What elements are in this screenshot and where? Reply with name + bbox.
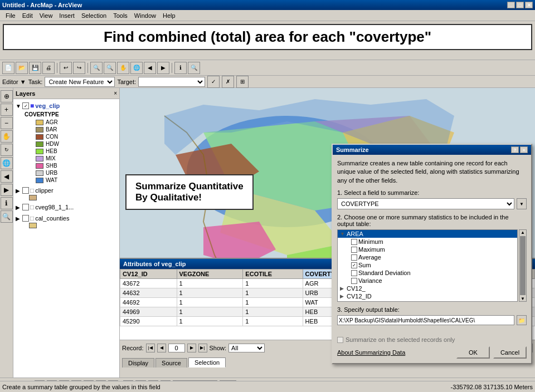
layers-close-btn[interactable]: ×	[114, 90, 117, 96]
pan-tool[interactable]: ✋	[1, 130, 13, 143]
expand-cv12id[interactable]: ▶	[340, 293, 346, 299]
pan-btn[interactable]: ✋	[117, 62, 129, 74]
zoom-in-btn[interactable]: 🔍	[90, 62, 103, 74]
zoom-full-btn[interactable]: ⊕	[1, 90, 13, 102]
col-cv12id[interactable]: CV12_ID	[120, 270, 177, 279]
about-link[interactable]: About Summarizing Data	[337, 349, 405, 356]
field-select[interactable]: COVERTYPE	[337, 198, 514, 209]
zoom-in-tool[interactable]: +	[1, 104, 13, 116]
col-ecotile[interactable]: ECOTILE	[243, 270, 303, 279]
col-vegzone[interactable]: VEGZONE	[177, 270, 243, 279]
last-record-btn[interactable]: ▶|	[198, 344, 207, 352]
first-record-btn[interactable]: |◀	[146, 344, 155, 352]
expand-clipper[interactable]: ▶	[16, 188, 21, 194]
editor-label[interactable]: Editor ▼	[2, 79, 26, 85]
summarize-close-btn[interactable]: ×	[520, 146, 528, 153]
task-select[interactable]: Create New Feature	[45, 77, 115, 87]
expand-dentotal[interactable]: ▶	[340, 301, 346, 302]
ok-button[interactable]: OK	[456, 346, 490, 359]
back-ext-tool[interactable]: ◀	[1, 170, 13, 183]
print-btn[interactable]: 🖨	[42, 62, 55, 74]
next-record-btn[interactable]: ▶	[187, 344, 196, 352]
scroll-down-btn[interactable]: ▼	[521, 296, 525, 301]
find-btn[interactable]: 🔍	[188, 62, 200, 74]
cancel-button[interactable]: Cancel	[493, 346, 527, 359]
checkbox-cal-counties[interactable]	[22, 215, 29, 222]
stats-scrollbar[interactable]: ▲ ▼	[519, 229, 527, 302]
stats-stddev[interactable]: Standard Deviation	[349, 269, 517, 277]
rotate-tool[interactable]: ↻	[1, 144, 13, 156]
summarize-help-btn[interactable]: ?	[511, 146, 519, 153]
layer-cal-counties[interactable]: ▶ □ cal_counties	[16, 214, 117, 223]
menu-edit[interactable]: Edit	[19, 11, 36, 20]
field-dropdown-btn[interactable]: ▼	[517, 198, 527, 209]
expand-area[interactable]: ▼	[340, 231, 346, 237]
record-input[interactable]	[168, 344, 185, 352]
expand-cal-counties[interactable]: ▶	[16, 215, 21, 222]
output-path-input[interactable]	[337, 315, 514, 325]
maximize-button[interactable]: □	[516, 2, 524, 8]
undo-btn[interactable]: ↩	[60, 62, 72, 74]
expand-cveg98[interactable]: ▶	[16, 204, 21, 210]
stats-sum[interactable]: ✓ Sum	[349, 261, 517, 269]
minimize-button[interactable]: _	[507, 2, 515, 8]
tab-source[interactable]: Source	[155, 358, 187, 367]
snapping-btn[interactable]: ⊞	[236, 76, 249, 88]
back-btn[interactable]: ◀	[144, 62, 156, 74]
checkbox-cveg98[interactable]	[22, 204, 29, 210]
menu-window[interactable]: Window	[131, 11, 159, 20]
prev-record-btn[interactable]: ◀	[157, 344, 166, 352]
zoom-out-btn[interactable]: 🔍	[104, 62, 116, 74]
identify-tool[interactable]: ℹ	[1, 197, 13, 209]
scroll-up-btn[interactable]: ▲	[521, 230, 525, 235]
save-btn[interactable]: 💾	[29, 62, 41, 74]
redo-btn[interactable]: ↪	[73, 62, 85, 74]
cb-minimum[interactable]	[351, 239, 357, 245]
tab-display[interactable]: Display	[122, 358, 154, 367]
checkbox-clipper[interactable]	[22, 187, 29, 194]
forward-btn[interactable]: ▶	[157, 62, 169, 74]
stats-area-row[interactable]: ▼ AREA	[338, 230, 517, 238]
stats-cv12id[interactable]: ▶ CV12_ID	[338, 292, 517, 300]
cb-variance[interactable]	[351, 278, 357, 284]
stats-minimum[interactable]: Minimum	[349, 238, 517, 246]
stats-average[interactable]: Average	[349, 253, 517, 261]
tab-selection[interactable]: Selection	[188, 357, 226, 367]
menu-tools[interactable]: Tools	[110, 11, 131, 20]
globe-tool[interactable]: 🌐	[1, 157, 13, 169]
fwd-ext-tool[interactable]: ▶	[1, 184, 13, 196]
open-btn[interactable]: 📂	[16, 62, 28, 74]
menu-file[interactable]: File	[2, 11, 19, 20]
scroll-thumb[interactable]	[520, 236, 526, 295]
layer-cveg98[interactable]: ▶ □ cveg98_1_1...	[16, 203, 117, 212]
cb-sum[interactable]: ✓	[351, 262, 357, 268]
menu-help[interactable]: Help	[159, 11, 179, 20]
cb-stddev[interactable]	[351, 270, 357, 276]
full-extent-btn[interactable]: 🌐	[130, 62, 143, 74]
menu-selection[interactable]: Selection	[78, 11, 110, 20]
menu-insert[interactable]: Insert	[56, 11, 78, 20]
stats-cv12[interactable]: ▶ CV12_	[338, 285, 517, 292]
expand-veg-clip[interactable]: ▼	[16, 103, 21, 109]
cb-average[interactable]	[351, 254, 357, 261]
cb-maximum[interactable]	[351, 247, 357, 253]
new-btn[interactable]: 📄	[2, 62, 14, 74]
target-select[interactable]	[138, 77, 205, 87]
layer-clipper[interactable]: ▶ □ clipper	[16, 186, 117, 195]
cb-selected-only[interactable]	[337, 337, 343, 343]
expand-cv12[interactable]: ▶	[340, 286, 346, 291]
stats-maximum[interactable]: Maximum	[349, 246, 517, 253]
identify-btn[interactable]: ℹ	[174, 62, 187, 74]
search-tool[interactable]: 🔍	[1, 210, 13, 223]
verify-btn[interactable]: ✓	[207, 76, 220, 88]
show-select[interactable]: All Selected	[228, 344, 265, 352]
stats-variance[interactable]: Variance	[349, 277, 517, 285]
layer-veg-clip[interactable]: ▼ ✓ ■ veg_clip	[16, 101, 117, 110]
menu-view[interactable]: View	[36, 11, 56, 20]
checkbox-veg-clip[interactable]: ✓	[22, 102, 29, 109]
zoom-out-tool[interactable]: −	[1, 117, 13, 129]
browse-btn[interactable]: 📁	[517, 315, 527, 325]
close-button[interactable]: ✕	[525, 2, 533, 8]
error-btn[interactable]: ✗	[222, 76, 234, 88]
stats-dentotal[interactable]: ▶ DEN_TOTAL	[338, 300, 517, 302]
